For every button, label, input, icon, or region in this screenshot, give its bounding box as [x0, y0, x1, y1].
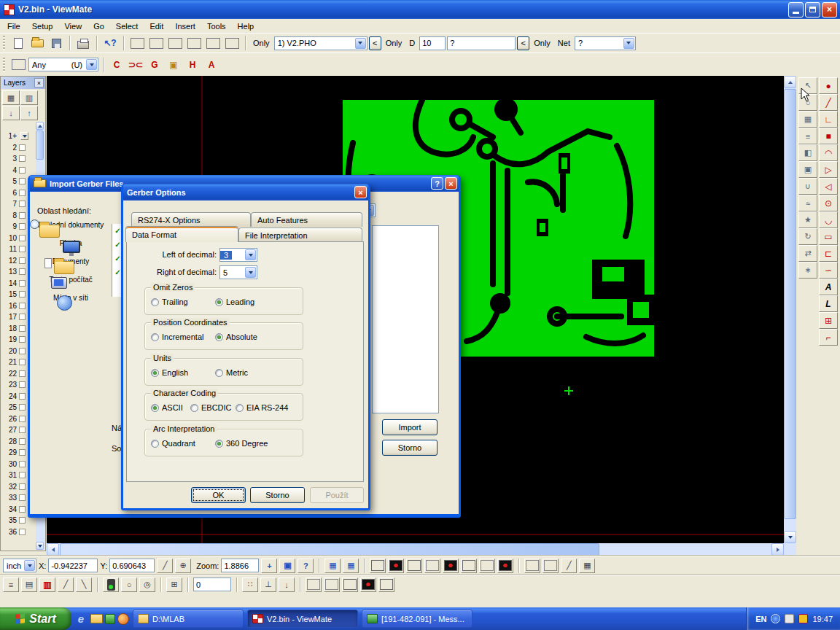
- menu-item[interactable]: Go: [88, 20, 110, 32]
- layer-visible-checkbox[interactable]: [19, 178, 26, 184]
- tab-file-interpretation[interactable]: File Interpretation: [238, 228, 362, 242]
- origin-target-icon[interactable]: ⊕: [175, 559, 191, 573]
- red-dots-icon[interactable]: [324, 578, 340, 592]
- file-list-box[interactable]: [372, 225, 439, 413]
- quicklaunch-folder-icon[interactable]: [90, 614, 103, 623]
- apply-button[interactable]: Použít: [310, 487, 364, 503]
- new-button[interactable]: [9, 35, 27, 51]
- save-button[interactable]: [47, 35, 65, 51]
- layer-visible-checkbox[interactable]: [19, 449, 26, 456]
- star-icon[interactable]: ★: [798, 211, 817, 228]
- layer-visible-checkbox[interactable]: [19, 529, 26, 535]
- frame-gray-icon[interactable]: [223, 35, 241, 51]
- aperture-table-icon[interactable]: ⊞: [166, 578, 182, 592]
- scroll-down-icon[interactable]: [36, 542, 44, 550]
- layer-visible-checkbox[interactable]: [19, 359, 26, 365]
- layer-visible-checkbox[interactable]: [19, 494, 26, 501]
- radio-ebcdic[interactable]: EBCDIC: [190, 403, 232, 412]
- pad-pattern-8-icon[interactable]: [497, 559, 513, 573]
- zoom-query-icon[interactable]: ?: [298, 559, 314, 573]
- draw-angle-icon[interactable]: ∟: [819, 111, 838, 128]
- cancel-button[interactable]: Storno: [250, 487, 305, 503]
- ok-button[interactable]: OK: [191, 487, 246, 503]
- frame-green-icon[interactable]: [147, 35, 165, 51]
- layer-row[interactable]: 4: [1, 165, 36, 176]
- layer-stack-icon[interactable]: ≡: [3, 578, 19, 592]
- text-l-icon[interactable]: L: [819, 295, 838, 312]
- triangle-left-icon[interactable]: ◁: [819, 178, 838, 195]
- toolbar-grip[interactable]: [3, 36, 5, 50]
- import-button[interactable]: Import: [382, 419, 438, 435]
- layer-visible-checkbox[interactable]: [19, 268, 26, 275]
- half-fill-icon[interactable]: ◧: [798, 144, 817, 161]
- scroll-up-icon[interactable]: [784, 76, 796, 88]
- x-coordinate-field[interactable]: [48, 559, 98, 572]
- layer-down-icon[interactable]: ↓: [2, 106, 20, 120]
- scroll-up-icon[interactable]: [36, 122, 44, 130]
- place-documents[interactable]: Dokumenty: [34, 257, 107, 265]
- layer-visible-checkbox[interactable]: [19, 144, 26, 151]
- task-viewmate[interactable]: V2.bin - ViewMate: [247, 610, 358, 628]
- rotate-icon[interactable]: ↻: [798, 228, 817, 245]
- layer-visible-checkbox[interactable]: [19, 393, 26, 400]
- vertical-scrollbar[interactable]: [784, 76, 796, 543]
- table-grid-icon[interactable]: ▦: [579, 559, 595, 573]
- prev-dcode-button[interactable]: <: [369, 36, 381, 50]
- layer-visible-checkbox[interactable]: [19, 370, 26, 377]
- plumb-icon[interactable]: ⊥: [260, 578, 276, 592]
- start-button[interactable]: Start: [0, 607, 71, 630]
- quicklaunch-ie-icon[interactable]: e: [74, 612, 88, 626]
- pad-pattern-7-icon[interactable]: [479, 559, 495, 573]
- frame-blue-icon[interactable]: [166, 35, 184, 51]
- only-layer-label[interactable]: Only: [250, 39, 273, 47]
- minimize-button[interactable]: [788, 2, 804, 18]
- layer-visible-checkbox[interactable]: [19, 246, 26, 252]
- flash-point-icon[interactable]: ●: [819, 77, 838, 94]
- layer-table-icon[interactable]: ▦: [798, 111, 817, 128]
- toolbar-grip[interactable]: [3, 58, 5, 72]
- zoom-window-icon[interactable]: ▣: [279, 559, 295, 573]
- target-frame-icon[interactable]: ⊞: [819, 312, 838, 329]
- layer-row-active[interactable]: 1+: [1, 131, 36, 142]
- only-dcode-label[interactable]: Only: [383, 39, 405, 47]
- layer-visible-checkbox[interactable]: [19, 506, 26, 513]
- units-combo[interactable]: inch: [3, 559, 36, 572]
- circle-center-icon[interactable]: ⊙: [819, 195, 838, 211]
- dot-grid-icon[interactable]: ∷: [242, 578, 258, 592]
- grid-view2-icon[interactable]: ▦: [343, 559, 359, 573]
- radio-eia-rs244[interactable]: EIA RS-244: [236, 403, 288, 412]
- drop-arrow-icon[interactable]: ↓: [279, 578, 295, 592]
- polyline-icon[interactable]: ∽: [819, 262, 838, 279]
- layers-panel-header[interactable]: Layers ×: [1, 77, 45, 89]
- layer-visible-checkbox[interactable]: [19, 303, 26, 309]
- layer-visible-checkbox[interactable]: [19, 314, 26, 320]
- layer-visible-checkbox[interactable]: [19, 280, 26, 287]
- menu-item[interactable]: Setup: [26, 20, 59, 32]
- radio-metric[interactable]: Metric: [215, 368, 248, 377]
- frame-mix-icon[interactable]: [204, 35, 222, 51]
- tab-data-format[interactable]: Data Format: [125, 226, 238, 242]
- layer-row[interactable]: 36: [1, 526, 36, 538]
- hook-icon[interactable]: ⌐: [819, 329, 838, 346]
- tray-update-icon[interactable]: [798, 614, 808, 623]
- scroll-thumb[interactable]: [60, 543, 599, 556]
- layer-spin-button[interactable]: [20, 132, 28, 140]
- clock[interactable]: 19:47: [812, 615, 833, 623]
- context-help-button[interactable]: ↖?: [101, 35, 119, 51]
- diagonal-icon[interactable]: ╱: [561, 559, 577, 573]
- scroll-left-icon[interactable]: [47, 543, 59, 556]
- prev-net-button[interactable]: <: [517, 36, 529, 50]
- left-of-decimal-combo[interactable]: 3: [219, 248, 257, 262]
- filled-rect-icon[interactable]: ■: [819, 128, 838, 144]
- frame-red-icon[interactable]: [128, 35, 146, 51]
- layer-visible-checkbox[interactable]: [19, 461, 26, 467]
- task-messenger[interactable]: [191-482-091] - Mess...: [362, 610, 472, 628]
- select-pad-icon[interactable]: ▣: [165, 57, 182, 73]
- pad-pattern-3-icon[interactable]: [406, 559, 422, 573]
- place-computer[interactable]: Tento počítač: [34, 276, 107, 284]
- print-button[interactable]: [74, 35, 92, 51]
- select-a-icon[interactable]: A: [203, 57, 220, 73]
- layer-visible-checkbox[interactable]: [19, 438, 26, 445]
- dropdown-arrow-icon[interactable]: [245, 267, 256, 278]
- place-recent-documents[interactable]: Poslední dokumenty: [34, 221, 107, 229]
